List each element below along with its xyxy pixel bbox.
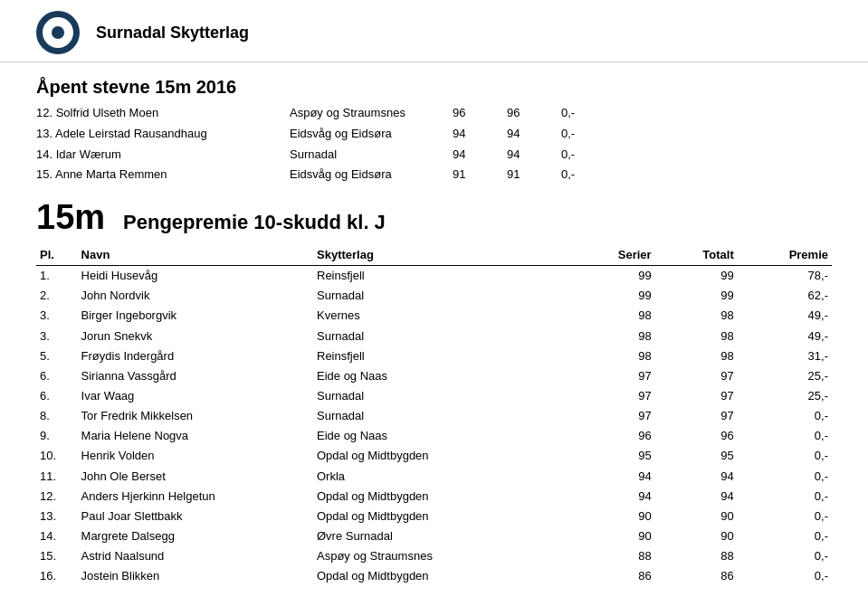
cell-total: 96: [655, 426, 738, 446]
cell-name: Paul Joar Slettbakk: [78, 507, 313, 526]
cell-total: 97: [655, 366, 738, 386]
table-row: 15. Anne Marta Remmen Eidsvåg og Eidsøra…: [36, 165, 832, 185]
cell-pl: 15.: [36, 546, 78, 566]
col-header-navn: Navn: [78, 246, 313, 266]
col-header-serier: Serier: [572, 246, 654, 266]
cell-serie: 94: [572, 467, 654, 487]
entry-total: 94: [507, 145, 561, 166]
entry-num: 12. Solfrid Ulseth Moen: [36, 103, 290, 124]
section-header: 15m Pengepremie 10-skudd kl. J: [36, 198, 832, 237]
cell-total: 90: [655, 526, 738, 546]
table-row: 3. Birger Ingeborgvik Kvernes 98 98 49,-: [36, 306, 832, 326]
cell-club: Opdal og Midtbygden: [313, 566, 572, 586]
cell-total: 97: [655, 386, 738, 406]
cell-club: Kvernes: [313, 306, 572, 326]
cell-total: 97: [655, 406, 738, 426]
cell-club: Aspøy og Straumsnes: [313, 546, 572, 566]
cell-pl: 5.: [36, 346, 78, 366]
entry-club: Eidsvåg og Eidsøra: [290, 165, 453, 185]
cell-name: Anders Hjerkinn Helgetun: [78, 487, 313, 507]
cell-name: John Nordvik: [78, 286, 313, 306]
cell-serie: 99: [572, 286, 654, 306]
table-row: 15. Astrid Naalsund Aspøy og Straumsnes …: [36, 546, 832, 566]
logo-dot: [52, 26, 64, 39]
cell-club: Surnadal: [313, 286, 572, 306]
col-header-totalt: Totalt: [655, 246, 738, 266]
table-row: 14. Margrete Dalsegg Øvre Surnadal 90 90…: [36, 526, 832, 546]
table-row: 11. John Ole Berset Orkla 94 94 0,-: [36, 467, 832, 487]
cell-total: 99: [655, 266, 738, 287]
entry-num: 13. Adele Leirstad Rausandhaug: [36, 124, 290, 145]
cell-name: Henrik Volden: [78, 446, 313, 466]
cell-pl: 8.: [36, 406, 78, 426]
top-entries: 12. Solfrid Ulseth Moen Aspøy og Straums…: [36, 103, 832, 185]
table-row: 16. Jostein Blikken Opdal og Midtbygden …: [36, 566, 832, 586]
entry-serie: 96: [453, 103, 507, 124]
section-subtitle: Pengepremie 10-skudd kl. J: [123, 211, 386, 234]
cell-pl: 6.: [36, 366, 78, 386]
cell-total: 98: [655, 306, 738, 326]
cell-pl: 3.: [36, 306, 78, 326]
cell-club: Opdal og Midtbygden: [313, 487, 572, 507]
cell-premie: 0,-: [738, 487, 832, 507]
cell-name: Frøydis Indergård: [78, 346, 313, 366]
cell-total: 94: [655, 487, 738, 507]
table-row: 2. John Nordvik Surnadal 99 99 62,-: [36, 286, 832, 306]
cell-serie: 88: [572, 546, 654, 566]
cell-serie: 94: [572, 487, 654, 507]
cell-premie: 49,-: [738, 306, 832, 326]
section-15m: 15m: [36, 198, 105, 237]
entry-serie: 94: [453, 145, 507, 166]
cell-serie: 98: [572, 346, 654, 366]
cell-serie: 86: [572, 566, 654, 586]
table-row: 14. Idar Wærum Surnadal 94 94 0,-: [36, 145, 832, 166]
cell-premie: 0,-: [738, 526, 832, 546]
cell-club: Surnadal: [313, 386, 572, 406]
table-row: 6. Sirianna Vassgård Eide og Naas 97 97 …: [36, 366, 832, 386]
cell-premie: 0,-: [738, 406, 832, 426]
entry-num: 14. Idar Wærum: [36, 145, 290, 166]
cell-name: Jorun Snekvk: [78, 327, 313, 346]
content: Åpent stevne 15m 2016 12. Solfrid Ulseth…: [0, 62, 868, 597]
cell-pl: 11.: [36, 467, 78, 487]
cell-club: Surnadal: [313, 327, 572, 346]
table-header-row: Pl. Navn Skytterlag Serier Totalt Premie: [36, 246, 832, 266]
cell-serie: 96: [572, 426, 654, 446]
entry-serie: 91: [453, 165, 507, 185]
entry-club: Eidsvåg og Eidsøra: [290, 124, 453, 145]
cell-club: Opdal og Midtbygden: [313, 446, 572, 466]
cell-name: Tor Fredrik Mikkelsen: [78, 406, 313, 426]
col-header-pl: Pl.: [36, 246, 78, 266]
cell-name: John Ole Berset: [78, 467, 313, 487]
table-row: 5. Frøydis Indergård Reinsfjell 98 98 31…: [36, 346, 832, 366]
cell-serie: 98: [572, 306, 654, 326]
table-row: 8. Tor Fredrik Mikkelsen Surnadal 97 97 …: [36, 406, 832, 426]
cell-club: Orkla: [313, 467, 572, 487]
cell-name: Ivar Waag: [78, 386, 313, 406]
entry-premie: 0,-: [561, 165, 615, 185]
cell-club: Øvre Surnadal: [313, 526, 572, 546]
cell-name: Birger Ingeborgvik: [78, 306, 313, 326]
table-row: 12. Anders Hjerkinn Helgetun Opdal og Mi…: [36, 487, 832, 507]
entry-premie: 0,-: [561, 124, 615, 145]
cell-club: Surnadal: [313, 406, 572, 426]
cell-serie: 97: [572, 386, 654, 406]
col-header-skytterlag: Skytterlag: [313, 246, 572, 266]
table-row: 12. Solfrid Ulseth Moen Aspøy og Straums…: [36, 103, 832, 124]
cell-pl: 6.: [36, 386, 78, 406]
cell-premie: 78,-: [738, 266, 832, 287]
cell-premie: 0,-: [738, 426, 832, 446]
cell-serie: 99: [572, 266, 654, 287]
cell-name: Heidi Husevåg: [78, 266, 313, 287]
table-row: 6. Ivar Waag Surnadal 97 97 25,-: [36, 386, 832, 406]
cell-total: 86: [655, 566, 738, 586]
cell-club: Opdal og Midtbygden: [313, 507, 572, 526]
cell-club: Reinsfjell: [313, 266, 572, 287]
cell-serie: 90: [572, 526, 654, 546]
cell-total: 98: [655, 327, 738, 346]
col-header-premie: Premie: [738, 246, 832, 266]
entry-club: Surnadal: [290, 145, 453, 166]
cell-pl: 13.: [36, 507, 78, 526]
cell-total: 94: [655, 467, 738, 487]
cell-premie: 49,-: [738, 327, 832, 346]
